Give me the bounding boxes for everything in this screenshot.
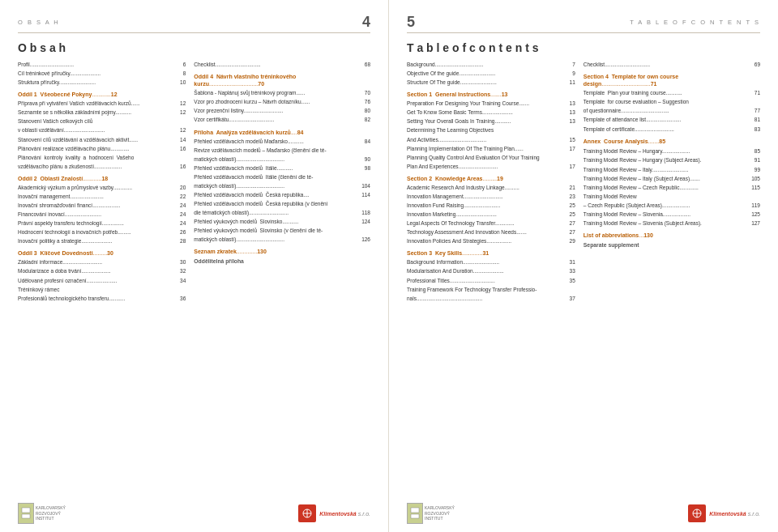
list-item: Training Model Review xyxy=(584,193,760,201)
list-item: Stanovení cílů vzdělávání a vzdělávacích… xyxy=(18,136,186,144)
right-col-1: Background..............................… xyxy=(407,61,575,520)
list-item: Přehled výukových modelů Slovinsko (v čl… xyxy=(194,227,370,235)
list-item: Vzor certifikátu........................… xyxy=(194,116,370,124)
list-item: Cíl tréninkové příručky.................… xyxy=(18,70,186,78)
list-item: Innovation Management...................… xyxy=(407,193,575,201)
left-brand: Klimentovská s.r.o. xyxy=(298,504,370,522)
left-content: Profil.............................. 6 C… xyxy=(18,61,370,520)
list-item: Academic Research And Industry Linkage..… xyxy=(407,184,575,192)
right-brand: Klimentovská s.r.o. xyxy=(688,504,760,522)
list-item: Příprava při vytváření Vašich vzdělávací… xyxy=(18,100,186,108)
list-item: Přehled vzdělávacích modelů Itálie (člen… xyxy=(194,173,370,181)
svg-rect-1 xyxy=(22,514,30,518)
list-item: Financování inovací.....................… xyxy=(18,211,186,219)
section-heading: Seznam zkratek.............130 xyxy=(194,248,370,255)
logo-icon-right xyxy=(407,503,423,524)
list-item: Training Model Review – Slovenia........… xyxy=(584,211,760,219)
list-item: nals....................................… xyxy=(407,295,575,303)
list-item: Planning Implementation Of The Training … xyxy=(407,145,575,153)
section-heading: Section 3 Key Skills.............31 xyxy=(407,249,575,257)
list-item: Checklist...............................… xyxy=(194,61,370,69)
left-page: O B S A H 4 O b s a h Profil............… xyxy=(0,0,389,532)
list-item: matických oblastí)......................… xyxy=(194,155,370,164)
list-item: Plan And Experiences....................… xyxy=(407,163,575,171)
list-item: Determining The Learning Objectives xyxy=(407,126,575,134)
list-item: Template of attendance list.............… xyxy=(584,116,760,124)
right-page-number: 5 xyxy=(407,15,415,29)
brand-logo-left xyxy=(298,504,316,522)
list-item: Stanovení Vašich celkových cílů xyxy=(18,117,186,126)
section-heading: Section 1 General Instructions.......13 xyxy=(407,91,575,98)
list-item: Training Model Review – Czech Republic..… xyxy=(584,184,760,192)
list-item: Přehled vzdělávacích modelů Itálie......… xyxy=(194,164,370,172)
list-item: Vzor pro zhodnocení kurzu – Návrh dotazn… xyxy=(194,98,370,106)
left-footer: KARLOVARSKÝROZVOJOVÝINSTITUT Klimentovsk… xyxy=(18,503,370,524)
left-col-1: Profil.............................. 6 C… xyxy=(18,61,186,520)
list-item: Inovační politiky a strategie...........… xyxy=(18,237,186,245)
list-item: Legal Aspects Of Technology Transfer....… xyxy=(407,219,575,228)
section-heading: Příloha Analýza vzdělávacích kurzů....84 xyxy=(194,129,370,136)
list-item: dle tématických oblastí)................… xyxy=(194,209,370,217)
brand-logo-right xyxy=(688,504,706,522)
section-heading: Section 4 Template for own coursedesign.… xyxy=(584,73,760,87)
list-item: Vzor prezenční listiny..................… xyxy=(194,107,370,115)
list-item: – Czech Republic (Subject Areas)........… xyxy=(584,202,760,210)
logo-icon-left xyxy=(18,503,34,524)
list-item: Checklist...............................… xyxy=(584,61,760,69)
list-item: Technology Assessment And Innovation Nee… xyxy=(407,228,575,236)
list-item: Udělované profesní označení.............… xyxy=(18,277,186,285)
list-item: Get To Know Some Basic Terms............… xyxy=(407,109,575,117)
section-heading: Oddíl 3 Klíčové Dovednosti.........30 xyxy=(18,249,186,257)
right-page: 5 T A B L E O F C O N T E N T S T a b l … xyxy=(389,0,778,532)
list-item: Training Model Review – Hungary.........… xyxy=(584,147,760,155)
list-item: vzdělávacího plánu a zkušeností.........… xyxy=(18,163,186,171)
list-item: Právní aspekty transferu technologií....… xyxy=(18,219,186,228)
left-footer-logo: KARLOVARSKÝROZVOJOVÝINSTITUT xyxy=(18,503,66,524)
right-header: 5 T A B L E O F C O N T E N T S xyxy=(407,15,760,33)
list-item: Plánování kontroly kvality a hodnocení V… xyxy=(18,154,186,162)
list-item: Akademický výzkum a průmyslové vazby....… xyxy=(18,184,186,192)
list-item: Profil.............................. 6 xyxy=(18,61,186,69)
list-item: Planning Quality Control And Evaluation … xyxy=(407,154,575,162)
section-heading: Oddíl 2 Oblasti Znalostí............18 xyxy=(18,175,186,182)
subsection-heading: Oddělitelná příloha xyxy=(194,257,370,266)
list-item: Inovační shromažďování financí..........… xyxy=(18,202,186,210)
section-heading: Section 2 Knowledge Areas.........19 xyxy=(407,175,575,182)
list-item: Template of certificate.................… xyxy=(584,126,760,134)
list-item: Preparation For Designing Your Training … xyxy=(407,100,575,108)
list-item: Struktura příručky......................… xyxy=(18,79,186,87)
list-item: matických oblastí)......................… xyxy=(194,182,370,190)
list-item: Přehled vzdělávacích modelů Česká republ… xyxy=(194,200,370,208)
list-item: Training Framework For Technology Transf… xyxy=(407,286,575,294)
brand-name-right: Klimentovská s.r.o. xyxy=(709,511,760,517)
list-item: Přehled vzdělávacích modelů Česká republ… xyxy=(194,191,370,199)
svg-rect-5 xyxy=(411,508,419,513)
list-item: Tréninkový rámec xyxy=(18,286,186,294)
left-header-label: O B S A H xyxy=(18,19,60,26)
list-item: Innovation Fund Raising.................… xyxy=(407,202,575,210)
right-section-title: T a b l e o f c o n t e n t s xyxy=(407,41,760,54)
list-item: Šablona - Naplánuj svůj tréninkový progr… xyxy=(194,89,370,97)
list-item: Přehled vzdělávacích modelů Maďarsko....… xyxy=(194,138,370,146)
left-col-2: Checklist...............................… xyxy=(194,61,370,520)
list-item: Training Model Review – Hungary (Subject… xyxy=(584,156,760,164)
list-item: Objective Of the guide..................… xyxy=(407,70,575,78)
right-content: Background..............................… xyxy=(407,61,760,520)
list-item: Setting Your Overall Goals In Training..… xyxy=(407,117,575,126)
list-item: Plánování realizace vzdělávacího plánu..… xyxy=(18,145,186,153)
list-item: Innovation Marketing....................… xyxy=(407,211,575,219)
logo-text-right: KARLOVARSKÝROZVOJOVÝINSTITUT xyxy=(425,505,455,521)
list-item: Hodnocení technologií a inovačních potře… xyxy=(18,228,186,236)
list-item: Template Plan your training course......… xyxy=(584,89,760,97)
list-item: Training Model Review – Italy...........… xyxy=(584,166,760,174)
list-item: Přehled výukových modelů Slovinsko......… xyxy=(194,218,370,226)
annex-heading: Annex Course Analysis.......85 xyxy=(584,138,760,147)
right-footer: KARLOVARSKÝROZVOJOVÝINSTITUT Klimentovsk… xyxy=(407,503,760,524)
list-item: Training Model Review – Slovenia (Subjec… xyxy=(584,219,760,228)
left-page-number: 4 xyxy=(362,15,370,29)
list-item: Seznamte se s několika základními pojmy.… xyxy=(18,109,186,117)
section-heading: List of abbreviations...130 xyxy=(584,232,760,239)
brand-name-left: Klimentovská s.r.o. xyxy=(319,511,370,517)
svg-rect-0 xyxy=(22,508,30,513)
left-section-title: O b s a h xyxy=(18,41,370,54)
